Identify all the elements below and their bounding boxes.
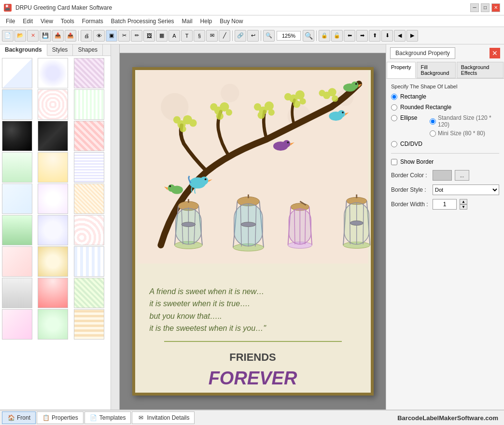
taskbar-templates-button[interactable]: 📄 Templates — [84, 411, 131, 424]
list-item[interactable] — [74, 58, 104, 88]
taskbar-properties-button[interactable]: 📋 Properties — [37, 411, 84, 424]
property-header: Background Property ✕ — [386, 44, 504, 62]
list-item[interactable] — [74, 215, 104, 245]
tab-styles[interactable]: Styles — [47, 44, 73, 56]
list-item[interactable] — [38, 215, 68, 245]
radio-cd-dvd[interactable]: CD/DVD — [391, 141, 499, 147]
lock-button[interactable]: 🔒 — [319, 30, 330, 42]
left-button[interactable]: ◀ — [394, 30, 406, 42]
textbox-button[interactable]: T — [181, 30, 193, 42]
list-item[interactable] — [74, 184, 104, 214]
list-item[interactable] — [38, 184, 68, 214]
properties-label: Properties — [52, 414, 78, 421]
list-item[interactable] — [2, 89, 32, 120]
pencil-button[interactable]: ✏ — [131, 30, 142, 42]
line-button[interactable]: ╱ — [219, 30, 230, 42]
close-button[interactable]: ✕ — [491, 3, 500, 12]
new-button[interactable]: 📄 — [2, 30, 14, 42]
unlock-button[interactable]: 🔓 — [331, 30, 343, 42]
zoom-in-button[interactable]: 🔍 — [263, 30, 275, 42]
list-item[interactable] — [2, 184, 32, 214]
up-button[interactable]: ⬆ — [369, 30, 380, 42]
menu-mail[interactable]: Mail — [178, 17, 196, 26]
svg-point-12 — [210, 103, 217, 111]
list-item[interactable] — [2, 215, 32, 245]
radio-rectangle[interactable]: Rectangle — [391, 93, 499, 100]
svg-point-17 — [253, 103, 261, 111]
list-item[interactable] — [2, 309, 32, 340]
list-item[interactable] — [38, 152, 68, 183]
list-item[interactable] — [2, 278, 32, 308]
image-button[interactable]: 🖼 — [143, 30, 155, 42]
import-button[interactable]: 📤 — [65, 30, 76, 42]
envelope-button[interactable]: ✉ — [206, 30, 218, 42]
close-file-button[interactable]: ✕ — [27, 30, 39, 42]
barcode-button[interactable]: ▦ — [156, 30, 168, 42]
save-all-button[interactable]: 📥 — [52, 30, 64, 42]
back-button[interactable]: ⬅ — [344, 30, 355, 42]
svg-point-30 — [200, 176, 208, 184]
menu-buynow[interactable]: Buy Now — [216, 17, 247, 26]
menu-formats[interactable]: Formats — [78, 17, 107, 26]
list-item[interactable] — [74, 309, 104, 340]
list-item[interactable] — [38, 246, 68, 277]
property-close-button[interactable]: ✕ — [490, 48, 500, 58]
list-item[interactable] — [2, 58, 32, 88]
right-button[interactable]: ▶ — [406, 30, 418, 42]
list-item[interactable] — [74, 278, 104, 308]
list-item[interactable] — [74, 89, 104, 120]
text-button[interactable]: A — [168, 30, 180, 42]
open-button[interactable]: 📂 — [14, 30, 26, 42]
radio-mini-size[interactable]: Mini Size (80 * 80) — [430, 130, 499, 137]
taskbar-invitation-button[interactable]: ✉ Invitation Details — [132, 411, 195, 424]
list-item[interactable] — [2, 121, 32, 151]
show-border-checkbox[interactable] — [391, 159, 397, 165]
list-item[interactable] — [38, 121, 68, 151]
radio-rounded-rectangle[interactable]: Rounded Rectangle — [391, 104, 499, 111]
tab-fill-background[interactable]: Fill Background — [417, 62, 456, 78]
radio-standard-size[interactable]: Standard Size (120 * 120) — [430, 114, 499, 128]
list-item[interactable] — [38, 58, 68, 88]
list-item[interactable] — [38, 89, 68, 120]
menu-batch[interactable]: Batch Processing Series — [107, 17, 178, 26]
list-item[interactable] — [38, 278, 68, 308]
forward-button[interactable]: ➡ — [356, 30, 368, 42]
zoom-out-button[interactable]: 🔍 — [303, 30, 314, 42]
taskbar-front-button[interactable]: 🏠 Front — [2, 411, 36, 424]
width-spin-up[interactable]: ▲ — [460, 199, 467, 204]
list-item[interactable] — [74, 121, 104, 151]
border-width-input[interactable] — [433, 199, 457, 210]
list-item[interactable] — [2, 246, 32, 277]
list-item[interactable] — [38, 309, 68, 340]
menu-help[interactable]: Help — [196, 17, 216, 26]
menu-view[interactable]: View — [37, 17, 57, 26]
zoom-input[interactable]: 125% — [277, 31, 301, 41]
list-item[interactable] — [2, 152, 32, 183]
border-color-picker-button[interactable]: ... — [455, 170, 469, 181]
border-style-select[interactable]: Dot Solid Dash DashDot DashDotDot — [433, 184, 499, 195]
select-button[interactable]: ▣ — [106, 30, 117, 42]
border-color-swatch[interactable] — [433, 170, 452, 181]
undo-button[interactable]: ↩ — [247, 30, 259, 42]
crop-button[interactable]: ✂ — [118, 30, 130, 42]
print-preview-button[interactable]: 👁 — [93, 30, 105, 42]
menu-tools[interactable]: Tools — [57, 17, 78, 26]
menu-file[interactable]: File — [2, 17, 19, 26]
print-button[interactable]: 🖨 — [81, 30, 92, 42]
width-spin-down[interactable]: ▼ — [460, 204, 467, 210]
minimize-button[interactable]: ─ — [470, 3, 479, 12]
tab-background-effects[interactable]: Background Effects — [457, 62, 504, 78]
down-button[interactable]: ⬇ — [381, 30, 393, 42]
tab-backgrounds[interactable]: Backgrounds — [0, 44, 47, 56]
save-button[interactable]: 💾 — [40, 30, 51, 42]
maximize-button[interactable]: □ — [481, 3, 490, 12]
radio-ellipse[interactable]: Ellipse — [391, 114, 425, 121]
tab-property[interactable]: Property — [387, 62, 416, 78]
menu-edit[interactable]: Edit — [19, 17, 37, 26]
list-item[interactable] — [74, 152, 104, 183]
rtf-button[interactable]: § — [194, 30, 205, 42]
card-canvas[interactable]: A friend is sweet when it is new… it is … — [132, 67, 374, 396]
tab-shapes[interactable]: Shapes — [73, 44, 103, 56]
link-button[interactable]: 🔗 — [235, 30, 246, 42]
list-item[interactable] — [74, 246, 104, 277]
